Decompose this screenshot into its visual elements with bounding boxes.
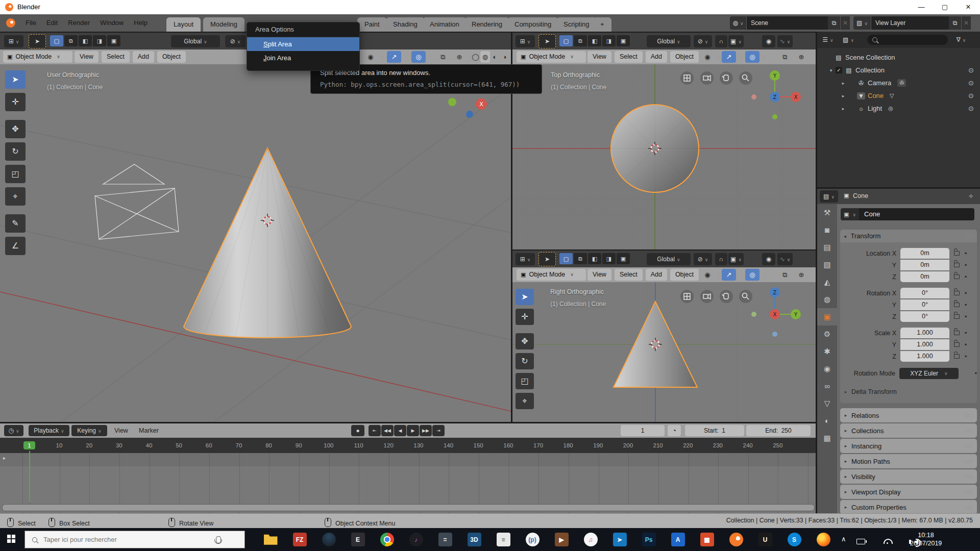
- transform-orientation-select[interactable]: Global∨: [647, 253, 691, 265]
- frame-tick[interactable]: 150: [463, 438, 494, 453]
- menu-item[interactable]: Render: [63, 14, 95, 32]
- transport-button[interactable]: ▶: [407, 425, 419, 436]
- frame-tick[interactable]: 200: [613, 438, 643, 453]
- workspace-tab[interactable]: Compositing: [507, 17, 558, 32]
- shading-mode-icon[interactable]: ◯: [471, 51, 480, 63]
- frame-tick[interactable]: 220: [673, 438, 703, 453]
- taskbar-search[interactable]: [24, 531, 245, 548]
- scene-browse-icon[interactable]: ◍∨: [730, 16, 746, 30]
- taskbar-app-button[interactable]: ➤: [607, 529, 632, 550]
- animate-dot-icon[interactable]: •: [965, 290, 967, 297]
- object-name-field[interactable]: Cone: [859, 208, 974, 220]
- maximize-button[interactable]: ▢: [933, 0, 957, 14]
- frame-tick[interactable]: 190: [583, 438, 613, 453]
- xray-toggle-icon[interactable]: ⧉: [436, 51, 450, 63]
- editor-type-button[interactable]: ☰∨: [819, 34, 837, 46]
- shading-globe-icon[interactable]: ⊕: [794, 269, 808, 281]
- panel-grip[interactable]: ∷∷: [965, 230, 973, 242]
- workspace-tab[interactable]: Paint: [357, 17, 387, 32]
- lock-icon[interactable]: [954, 342, 960, 347]
- start-frame-field[interactable]: Start: 1: [685, 425, 744, 436]
- animate-dot-icon[interactable]: •: [965, 250, 967, 257]
- filter-button[interactable]: ∇∨: [951, 34, 971, 46]
- tool-button[interactable]: ✛: [5, 93, 26, 111]
- start-button[interactable]: [7, 535, 15, 543]
- panel-grip[interactable]: ∷∷: [965, 474, 973, 480]
- lock-icon[interactable]: [954, 274, 960, 279]
- frame-tick[interactable]: 110: [344, 438, 374, 453]
- taskbar-app-button[interactable]: S: [782, 529, 806, 550]
- shading-globe-icon[interactable]: ⊕: [452, 51, 467, 63]
- chevron-down-icon[interactable]: ∨: [717, 54, 720, 59]
- workspace-tab[interactable]: Animation: [423, 17, 467, 32]
- property-panel-header[interactable]: ▸ Instancing ∷∷: [840, 439, 977, 453]
- viewport-menu-item[interactable]: Select: [615, 51, 643, 63]
- properties-tab-icon[interactable]: ✱: [817, 343, 837, 360]
- property-panel-header[interactable]: ▸ Visibility ∷∷: [840, 469, 977, 484]
- panel-grip[interactable]: ∷∷: [965, 505, 973, 510]
- xray-toggle-icon[interactable]: ⧉: [778, 269, 792, 281]
- xray-toggle-icon[interactable]: ⧉: [778, 51, 792, 63]
- viewport-menu-item[interactable]: View: [587, 269, 611, 281]
- lock-icon[interactable]: [954, 263, 960, 267]
- expand-icon[interactable]: ▸: [840, 106, 847, 111]
- taskbar-app-button[interactable]: ♪: [404, 529, 428, 550]
- wifi-icon[interactable]: [884, 539, 893, 544]
- animate-dot-icon[interactable]: •: [965, 313, 967, 320]
- frame-tick[interactable]: 240: [733, 438, 763, 453]
- tool-button[interactable]: ✥: [516, 333, 534, 349]
- stopwatch-icon[interactable]: ◔: [668, 425, 681, 436]
- shading-globe-icon[interactable]: ⊕: [794, 51, 808, 63]
- properties-tab-icon[interactable]: ▽: [817, 395, 837, 412]
- editor-type-button[interactable]: ⊞∨: [4, 35, 23, 47]
- viewport-menu-item[interactable]: Select: [615, 269, 643, 281]
- editor-type-button[interactable]: ⊞∨: [516, 35, 535, 47]
- chevron-down-icon[interactable]: ∨: [429, 54, 432, 59]
- tool-button[interactable]: ⌖: [5, 187, 26, 206]
- number-field[interactable]: 1.000: [900, 328, 949, 338]
- playhead[interactable]: [29, 451, 30, 502]
- select-mode-icon[interactable]: ▣: [617, 253, 630, 264]
- transform-orientation-select[interactable]: Global∨: [171, 35, 220, 47]
- frame-tick[interactable]: 90: [284, 438, 314, 453]
- overlays-toggle-icon[interactable]: ◎: [745, 269, 760, 281]
- select-mode-icon[interactable]: ▢: [559, 35, 573, 46]
- properties-tab-icon[interactable]: ▤: [817, 239, 837, 256]
- frame-tick[interactable]: 180: [553, 438, 583, 453]
- animate-dot-icon[interactable]: •: [965, 341, 967, 348]
- animate-dot-icon[interactable]: •: [965, 330, 967, 337]
- chevron-down-icon[interactable]: ∨: [381, 54, 384, 59]
- property-panel-header[interactable]: ▸ Viewport Display ∷∷: [840, 485, 977, 499]
- property-panel-header[interactable]: ▸ Motion Paths ∷∷: [840, 454, 977, 468]
- viewport-menu-item[interactable]: Select: [102, 51, 130, 63]
- taskbar-app-button[interactable]: (p): [520, 529, 545, 550]
- taskbar-app-button[interactable]: ▶: [549, 529, 574, 550]
- panel-grip[interactable]: ∷∷: [965, 443, 973, 449]
- delta-transform-subpanel[interactable]: ▸ Delta Transform: [840, 386, 977, 398]
- animate-dot-icon[interactable]: •: [975, 370, 977, 377]
- viewport-menu-item[interactable]: View: [587, 51, 611, 63]
- taskbar-app-button[interactable]: E: [346, 529, 370, 550]
- object-types-icon[interactable]: ◉: [363, 51, 378, 63]
- gizmo-toggle-icon[interactable]: ↗: [722, 269, 736, 281]
- chevron-down-icon[interactable]: ∨: [404, 54, 408, 59]
- gizmo-toggle-icon[interactable]: ↗: [387, 51, 401, 63]
- snap-toggle[interactable]: ∩: [715, 253, 727, 265]
- record-button[interactable]: ●: [351, 425, 364, 436]
- tool-button[interactable]: ↻: [516, 353, 534, 369]
- taskbar-app-button[interactable]: =: [433, 529, 457, 550]
- frame-tick[interactable]: 170: [523, 438, 553, 453]
- lock-icon[interactable]: [954, 303, 960, 307]
- properties-tab-icon[interactable]: ∞: [817, 378, 837, 395]
- taskbar-app-button[interactable]: U: [753, 529, 777, 550]
- select-mode-icon[interactable]: ◧: [588, 253, 601, 264]
- tool-button[interactable]: ◰: [516, 373, 534, 389]
- search-input[interactable]: [42, 535, 198, 544]
- select-mode-icon[interactable]: ◨: [602, 253, 616, 264]
- horizontal-scrollbar[interactable]: [2, 504, 815, 511]
- frame-tick[interactable]: 230: [703, 438, 733, 453]
- expand-icon[interactable]: ▸: [840, 93, 847, 98]
- outliner-item-label[interactable]: Camera: [868, 79, 891, 87]
- chevron-down-icon[interactable]: ∨: [717, 272, 720, 277]
- workspace-tab[interactable]: Shading: [386, 17, 425, 32]
